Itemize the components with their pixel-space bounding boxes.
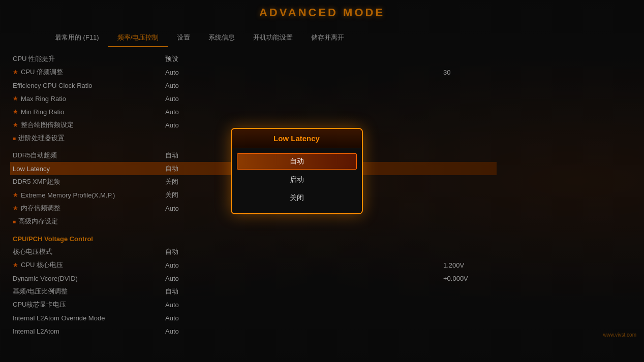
popup-option-auto[interactable]: 自动 — [237, 153, 357, 170]
popup-body: 自动 启动 关闭 — [232, 148, 362, 213]
popup-overlay[interactable]: Low Latency 自动 启动 关闭 — [0, 0, 644, 362]
popup-option-disable[interactable]: 关闭 — [237, 190, 357, 206]
popup-title-bar: Low Latency — [232, 129, 362, 148]
popup-option-enable[interactable]: 启动 — [237, 172, 357, 188]
low-latency-popup: Low Latency 自动 启动 关闭 — [231, 128, 363, 214]
popup-title: Low Latency — [239, 134, 354, 143]
